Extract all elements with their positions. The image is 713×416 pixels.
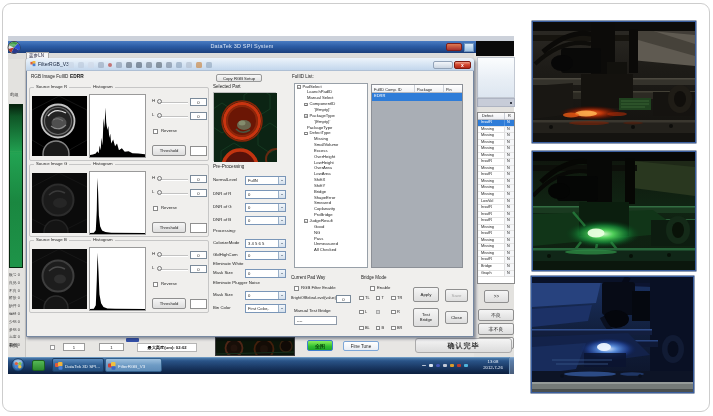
combo-gldhighcom[interactable]: 0 xyxy=(245,251,286,260)
l-value-field[interactable]: 0 xyxy=(190,112,207,120)
toolbar-ghost-icon[interactable] xyxy=(156,62,162,68)
combo-dnr-of-r[interactable]: 0 xyxy=(245,190,286,199)
toolbar-ghost-icon[interactable] xyxy=(136,62,142,68)
tray-icon[interactable] xyxy=(436,364,440,368)
confirm-button[interactable]: 确认完毕 xyxy=(415,338,512,353)
toolbar-ghost-icon[interactable] xyxy=(88,62,94,68)
threshold-button[interactable]: Threshold xyxy=(152,222,186,233)
sidebar-tab-label[interactable]: 前组 xyxy=(10,93,18,97)
combo-dropdown-arrow-icon[interactable] xyxy=(278,191,285,198)
status-checkbox[interactable] xyxy=(50,345,55,350)
bridge-direction-checkbox[interactable] xyxy=(359,310,364,315)
slider-h-knob[interactable] xyxy=(157,252,162,257)
test-bridge-button[interactable]: Test Bridge xyxy=(413,308,439,327)
taskbar-button-datatek[interactable]: DataTek 3D SPI... xyxy=(52,358,104,372)
threshold-value-field[interactable] xyxy=(190,146,207,156)
reverse-checkbox[interactable] xyxy=(153,206,158,211)
bridge-direction-checkbox[interactable] xyxy=(391,310,396,315)
reverse-checkbox[interactable] xyxy=(153,282,158,287)
toolbar-ghost-icon[interactable] xyxy=(108,63,112,67)
full-map-button[interactable]: 全图 xyxy=(307,340,333,351)
combo-dropdown-arrow-icon[interactable] xyxy=(278,240,285,247)
tray-icon[interactable] xyxy=(464,364,468,368)
slider-l-track[interactable] xyxy=(159,269,188,271)
dialog-close-button[interactable]: x xyxy=(454,61,471,69)
main-maximize-button[interactable] xyxy=(464,43,474,52)
slider-l-track[interactable] xyxy=(159,193,188,195)
more-button[interactable]: >> xyxy=(484,290,509,303)
bridge-direction-checkbox[interactable] xyxy=(376,326,381,331)
toolbar-ghost-icon[interactable] xyxy=(146,62,152,68)
combo-dnr-of-g[interactable]: 0 xyxy=(245,203,286,212)
combo-dropdown-arrow-icon[interactable] xyxy=(278,305,285,312)
status-value1-field[interactable]: 1 xyxy=(63,343,85,351)
tree-expander-icon[interactable]: - xyxy=(304,219,308,223)
combo-dnr-of-b[interactable]: 0 xyxy=(245,216,286,225)
tree-expander-icon[interactable]: + xyxy=(304,103,308,107)
defect-grid[interactable]: Defect R InsufRNMissingNMissingNMissingN… xyxy=(477,112,515,284)
l-value-field[interactable]: 0 xyxy=(190,189,207,197)
tree-expander-icon[interactable]: - xyxy=(297,85,301,89)
toolbar-ghost-icon[interactable] xyxy=(116,62,122,68)
defect-button[interactable]: 不良 xyxy=(478,309,514,321)
tray-icon[interactable] xyxy=(450,364,454,368)
dialog-minmax-buttons[interactable] xyxy=(433,61,453,69)
h-value-field[interactable]: 0 xyxy=(190,175,207,183)
combo-dropdown-arrow-icon[interactable] xyxy=(278,177,285,184)
combo-colorizemode[interactable]: 3 4 5 6 5 xyxy=(245,239,286,248)
show-desktop-button[interactable] xyxy=(509,357,514,374)
defect-grid-row[interactable]: GraphN xyxy=(478,271,514,278)
combo-bin-color[interactable]: First Color,. xyxy=(245,304,286,313)
slider-l-knob[interactable] xyxy=(157,113,162,118)
toolbar-ghost-icon[interactable] xyxy=(98,62,104,68)
status-value2-field[interactable]: 1 xyxy=(99,343,124,351)
fullid-table[interactable]: FullID Comp. ID Package Pin EDRR xyxy=(371,84,463,268)
bright-level-field[interactable]: 0 xyxy=(336,295,351,303)
slider-l-knob[interactable] xyxy=(157,266,162,271)
tree-expander-icon[interactable]: - xyxy=(304,132,308,136)
start-button[interactable] xyxy=(11,358,25,372)
combo-normallevel[interactable]: FullN xyxy=(245,176,286,185)
slider-h-knob[interactable] xyxy=(157,99,162,104)
slider-l-track[interactable] xyxy=(159,116,188,118)
combo-mask-size[interactable]: 0 xyxy=(245,291,286,300)
tree-expander-icon[interactable]: + xyxy=(304,114,308,118)
bridge-direction-checkbox[interactable] xyxy=(376,296,381,301)
copy-rgb-setup-button[interactable]: Copy RGB Setup xyxy=(216,74,262,83)
l-value-field[interactable]: 0 xyxy=(190,265,207,273)
threshold-value-field[interactable] xyxy=(190,223,207,233)
toolbar-ghost-icon[interactable] xyxy=(126,62,132,68)
toolbar-ghost-icon[interactable] xyxy=(186,62,192,68)
slider-h-knob[interactable] xyxy=(157,176,162,181)
combo-dropdown-arrow-icon[interactable] xyxy=(278,204,285,211)
combo-dropdown-arrow-icon[interactable] xyxy=(278,252,285,259)
h-value-field[interactable]: 0 xyxy=(190,251,207,259)
reverse-checkbox[interactable] xyxy=(153,129,158,134)
h-value-field[interactable]: 0 xyxy=(190,98,207,106)
fullid-tree[interactable]: -PadSelectLaunchPadIDManual Select+Compo… xyxy=(294,83,368,268)
rgb-filter-enable-checkbox[interactable] xyxy=(294,286,299,291)
toolbar-ghost-icon[interactable] xyxy=(206,62,212,68)
tray-icon[interactable] xyxy=(429,364,433,368)
manual-test-bridge-field[interactable]: ---- xyxy=(294,316,337,325)
bridge-direction-checkbox[interactable] xyxy=(359,296,364,301)
combo-dropdown-arrow-icon[interactable] xyxy=(278,217,285,224)
toolbar-ghost-icon[interactable] xyxy=(196,62,202,68)
taskbar-button-filterrgb[interactable]: FilterRGB_V3 xyxy=(105,358,162,372)
slider-h-track[interactable] xyxy=(159,179,188,181)
bridge-direction-checkbox[interactable] xyxy=(359,326,364,331)
bridge-direction-checkbox[interactable] xyxy=(391,326,396,331)
slider-h-track[interactable] xyxy=(159,102,188,104)
combo-dropdown-arrow-icon[interactable] xyxy=(278,270,285,277)
quick-launch-icon[interactable] xyxy=(32,360,45,371)
combo-mask-size[interactable]: 0 xyxy=(245,269,286,278)
threshold-value-field[interactable] xyxy=(190,299,207,309)
toolbar-ghost-icon[interactable] xyxy=(176,62,182,68)
slider-h-track[interactable] xyxy=(159,255,188,257)
fullid-table-selected-row[interactable]: EDRR xyxy=(372,93,462,101)
save-button[interactable]: Save xyxy=(445,289,468,302)
combo-dropdown-arrow-icon[interactable] xyxy=(278,292,285,299)
apply-button[interactable]: Apply xyxy=(413,287,439,302)
threshold-button[interactable]: Threshold xyxy=(152,145,186,156)
bridge-direction-checkbox[interactable] xyxy=(391,296,396,301)
